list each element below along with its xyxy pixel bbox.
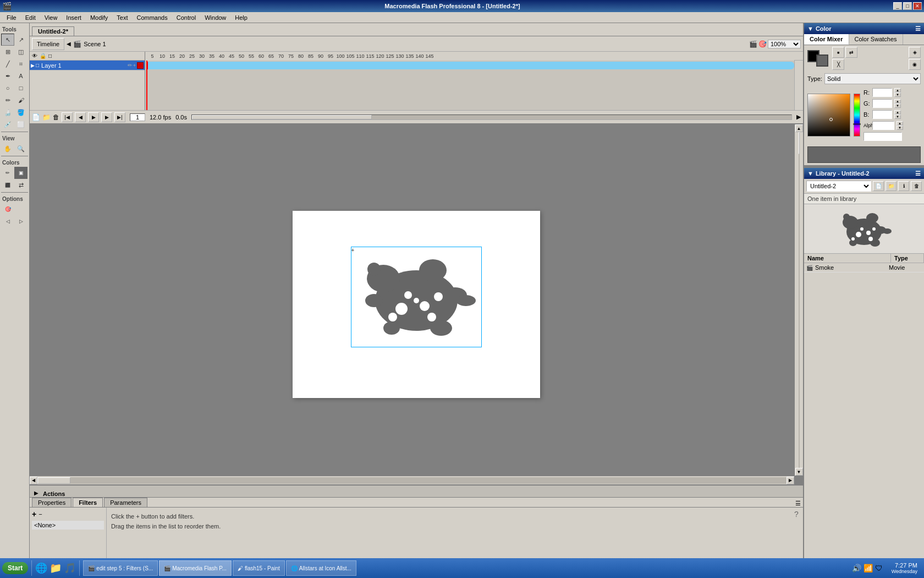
color-swap-btn[interactable]: ⇄ — [845, 47, 857, 58]
smoke-object[interactable] — [353, 248, 480, 345]
scroll-up-btn[interactable]: ▲ — [795, 124, 803, 132]
window-controls[interactable]: _ □ ✕ — [893, 2, 922, 10]
taskbar-clock[interactable]: 7:27 PM Wednesday — [887, 562, 922, 574]
timeline-toggle-button[interactable]: Timeline — [32, 38, 64, 50]
layer-name[interactable]: Layer 1 — [41, 62, 127, 69]
taskbar-item-2[interactable]: 🎬 Macromedia Flash P... — [159, 560, 232, 576]
pencil-tool[interactable]: ✏ — [1, 94, 14, 106]
tab-parameters[interactable]: Parameters — [104, 498, 147, 507]
taskbar-media-icon[interactable]: 🎵 — [64, 562, 76, 574]
g-input[interactable]: 102 — [872, 99, 892, 108]
gradient-tool[interactable]: ◫ — [14, 46, 28, 58]
color-extra-1[interactable]: ◈ — [909, 47, 921, 58]
timeline-h-scroll[interactable] — [191, 114, 792, 120]
taskbar-ie-icon[interactable]: 🌐 — [35, 562, 47, 574]
library-item-smoke[interactable]: 🎬 Smoke Movie — [804, 263, 924, 272]
eraser-tool[interactable]: ⬜ — [14, 118, 28, 130]
minimize-button[interactable]: _ — [893, 2, 902, 10]
menu-insert[interactable]: Insert — [62, 13, 86, 22]
outline-icon[interactable]: □ — [48, 53, 52, 59]
b-down[interactable]: ▼ — [894, 114, 901, 119]
menu-edit[interactable]: Edit — [21, 13, 40, 22]
scroll-right-btn[interactable]: ▶ — [787, 477, 794, 484]
b-input[interactable]: 102 — [872, 110, 892, 119]
b-up[interactable]: ▲ — [894, 110, 901, 114]
h-scroll-thumb[interactable] — [37, 477, 70, 484]
fill-color[interactable]: ▣ — [14, 167, 28, 179]
tray-volume[interactable]: 🔊 — [852, 564, 861, 572]
alpha-input[interactable]: 100% — [872, 121, 894, 130]
scroll-thumb[interactable] — [799, 132, 800, 154]
swap-colors-btn[interactable]: ⇄ — [14, 179, 28, 191]
canvas-v-scrollbar[interactable]: ▲ ▼ — [794, 124, 803, 476]
add-layer-icon[interactable]: 📄 — [32, 113, 40, 121]
tab-filters[interactable]: Filters — [73, 498, 103, 507]
eye-icon[interactable]: 👁 — [32, 53, 37, 59]
library-col-name[interactable]: Name — [804, 254, 891, 263]
layer-row-1[interactable]: ▶ □ Layer 1 ✏ + — [30, 61, 145, 70]
add-motion-guide-icon[interactable]: 🎯 — [758, 40, 767, 48]
library-delete-btn[interactable]: 🗑 — [911, 181, 922, 191]
lock-icon[interactable]: 🔒 — [40, 53, 46, 59]
tray-network[interactable]: 📶 — [864, 564, 873, 572]
pen-tool[interactable]: ✒ — [1, 70, 14, 82]
menu-help[interactable]: Help — [230, 13, 252, 22]
color-swatches-tab[interactable]: Color Swatches — [849, 34, 903, 45]
color-gradient-box[interactable] — [807, 94, 850, 137]
default-colors-btn[interactable]: ⬛ — [1, 179, 14, 191]
panel-options-btn[interactable]: ☰ — [793, 500, 803, 507]
canvas-area[interactable]: + — [30, 124, 803, 484]
color-panel-options-btn[interactable]: ☰ — [915, 25, 921, 32]
prev-keyframe-btn[interactable]: ◀ — [75, 112, 86, 122]
select-tool[interactable]: ↖ — [1, 34, 14, 46]
layer-add-icon[interactable]: + — [133, 63, 136, 68]
menu-modify[interactable]: Modify — [86, 13, 112, 22]
color-mixer-tab[interactable]: Color Mixer — [804, 34, 849, 45]
prev-frame-btn[interactable]: |◀ — [62, 112, 73, 122]
snap-right[interactable]: ▷ — [14, 215, 28, 227]
tray-safety[interactable]: 🛡 — [875, 564, 883, 572]
line-tool[interactable]: ╱ — [1, 58, 14, 70]
taskbar-item-4[interactable]: 🌐 Allstars at Icon Allst... — [286, 560, 356, 576]
next-keyframe-btn[interactable]: ▶ — [101, 112, 112, 122]
color-default-btn[interactable]: ■ — [832, 47, 844, 58]
add-filter-btn[interactable]: + — [32, 510, 36, 519]
rect-tool[interactable]: □ — [14, 82, 28, 94]
snap-left[interactable]: ◁ — [1, 215, 14, 227]
g-down[interactable]: ▼ — [894, 103, 901, 108]
brush-tool[interactable]: 🖌 — [14, 94, 28, 106]
hue-bar[interactable] — [854, 94, 860, 137]
canvas-h-scrollbar[interactable]: ◀ ▶ — [30, 476, 794, 484]
delete-layer-icon[interactable]: 🗑 — [53, 113, 59, 121]
subselect-tool[interactable]: ↗ — [14, 34, 28, 46]
zoom-tool[interactable]: 🔍 — [14, 143, 28, 155]
play-btn[interactable]: ▶ — [88, 112, 99, 122]
g-up[interactable]: ▲ — [894, 99, 901, 103]
add-folder-icon[interactable]: 📁 — [42, 113, 51, 121]
zoom-select[interactable]: 100% 50% 200% — [768, 40, 801, 48]
filter-none-item[interactable]: <None> — [32, 521, 104, 530]
r-input[interactable]: 102 — [872, 88, 892, 97]
menu-commands[interactable]: Commands — [132, 13, 172, 22]
frames-scrollbar[interactable] — [794, 61, 803, 110]
frames-panel[interactable] — [145, 61, 794, 110]
menu-view[interactable]: View — [40, 13, 62, 22]
color-type-select[interactable]: Solid Linear Radial Bitmap — [824, 73, 921, 84]
menu-file[interactable]: File — [2, 13, 21, 22]
hex-input[interactable]: #666666 — [864, 132, 902, 141]
alpha-down[interactable]: ▼ — [897, 126, 903, 130]
frame-input[interactable]: 1 — [130, 113, 145, 121]
close-button[interactable]: ✕ — [913, 2, 922, 10]
library-dropdown[interactable]: Untitled-2 — [806, 181, 871, 192]
hand-tool[interactable]: ✋ — [1, 143, 14, 155]
menu-window[interactable]: Window — [200, 13, 230, 22]
color-panel-collapse-btn[interactable]: ▼ — [807, 25, 813, 32]
taskbar-item-1[interactable]: 🎬 edit step 5 : Filters (S... — [83, 560, 158, 576]
color-none-btn[interactable]: ╳ — [832, 59, 844, 70]
free-transform-tool[interactable]: ⊞ — [1, 46, 14, 58]
layer-edit-icon[interactable]: ✏ — [128, 62, 132, 68]
ink-bottle-tool[interactable]: 🍶 — [1, 106, 14, 118]
menu-control[interactable]: Control — [172, 13, 200, 22]
text-tool[interactable]: A — [14, 70, 28, 82]
nav-arrow-left[interactable]: ◀ — [67, 41, 71, 47]
